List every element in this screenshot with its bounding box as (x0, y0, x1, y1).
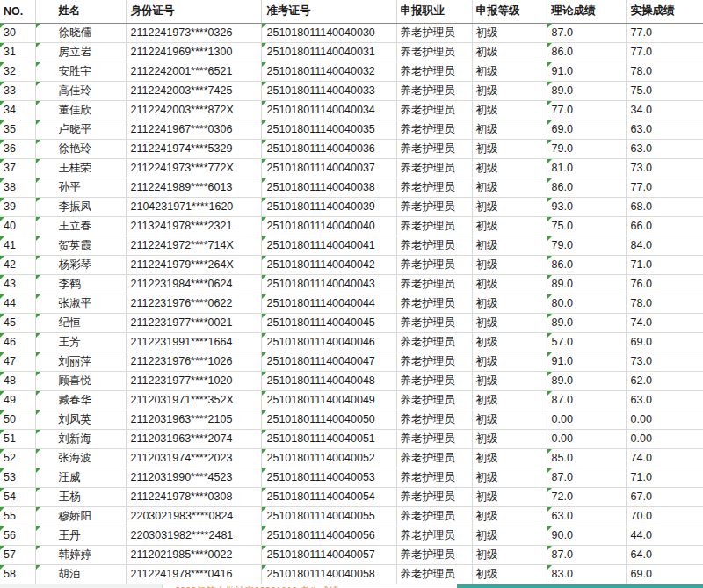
cell-occupation[interactable]: 养老护理员 (396, 332, 472, 352)
cell-occupation[interactable]: 养老护理员 (396, 274, 472, 294)
cell-id[interactable]: 2203021983****0824 (126, 506, 261, 526)
cell-theory[interactable]: 89.0 (547, 371, 626, 390)
cell-level[interactable]: 初级 (472, 100, 547, 120)
cell-occupation[interactable]: 养老护理员 (396, 352, 472, 371)
cell-no[interactable]: 42 (0, 255, 35, 274)
cell-level[interactable]: 初级 (472, 429, 547, 448)
cell-id[interactable]: 2112031971****352X (126, 390, 261, 410)
cell-name[interactable]: 臧春华 (35, 390, 126, 410)
cell-practical[interactable]: 73.0 (626, 158, 703, 178)
cell-name[interactable]: 王丹 (35, 526, 126, 545)
cell-id[interactable]: 2112021985****0022 (126, 545, 261, 564)
cell-practical[interactable]: 63.0 (626, 390, 703, 410)
cell-practical[interactable]: 0.00 (626, 429, 703, 448)
cell-exam-no[interactable]: 251018011140040057 (261, 545, 396, 564)
cell-occupation[interactable]: 养老护理员 (396, 390, 472, 410)
cell-id[interactable]: 2112242003****7425 (126, 81, 261, 100)
cell-practical[interactable]: 69.0 (626, 332, 703, 352)
column-header-level[interactable]: 申报等级 (472, 0, 547, 23)
cell-level[interactable]: 初级 (472, 487, 547, 506)
cell-theory[interactable]: 87.0 (547, 545, 626, 564)
cell-exam-no[interactable]: 251018011140040037 (261, 158, 396, 178)
cell-exam-no[interactable]: 251018011140040056 (261, 526, 396, 545)
cell-theory[interactable]: 87.0 (547, 468, 626, 487)
cell-no[interactable]: 43 (0, 274, 35, 294)
cell-occupation[interactable]: 养老护理员 (396, 158, 472, 178)
cell-no[interactable]: 52 (0, 448, 35, 468)
cell-practical[interactable]: 77.0 (626, 42, 703, 62)
cell-no[interactable]: 33 (0, 81, 35, 100)
cell-id[interactable]: 2112242001****6521 (126, 62, 261, 81)
cell-no[interactable]: 35 (0, 120, 35, 139)
cell-level[interactable]: 初级 (472, 448, 547, 468)
cell-level[interactable]: 初级 (472, 23, 547, 42)
cell-name[interactable]: 汪威 (35, 468, 126, 487)
cell-exam-no[interactable]: 251018011140040038 (261, 178, 396, 197)
cell-name[interactable]: 顾喜悦 (35, 371, 126, 390)
cell-practical[interactable]: 73.0 (626, 352, 703, 371)
cell-no[interactable]: 44 (0, 294, 35, 313)
cell-theory[interactable]: 75.0 (547, 216, 626, 236)
cell-name[interactable]: 徐艳玲 (35, 139, 126, 158)
cell-id[interactable]: 2112241967****0306 (126, 120, 261, 139)
column-header-id[interactable]: 身份证号 (126, 0, 261, 23)
column-header-theory[interactable]: 理论成绩 (547, 0, 626, 23)
cell-level[interactable]: 初级 (472, 313, 547, 332)
cell-name[interactable]: 刘丽萍 (35, 352, 126, 371)
cell-occupation[interactable]: 养老护理员 (396, 313, 472, 332)
cell-id[interactable]: 2112231991****1664 (126, 332, 261, 352)
cell-id[interactable]: 2112031963****2105 (126, 410, 261, 429)
cell-level[interactable]: 初级 (472, 468, 547, 487)
cell-id[interactable]: 2104231971****1620 (126, 197, 261, 216)
cell-theory[interactable]: 63.0 (547, 506, 626, 526)
cell-practical[interactable]: 63.0 (626, 120, 703, 139)
cell-theory[interactable]: 80.0 (547, 294, 626, 313)
cell-name[interactable]: 王芳 (35, 332, 126, 352)
cell-exam-no[interactable]: 251018011140040043 (261, 274, 396, 294)
cell-practical[interactable]: 71.0 (626, 255, 703, 274)
cell-name[interactable]: 徐晓儒 (35, 23, 126, 42)
cell-name[interactable]: 贺英霞 (35, 236, 126, 255)
cell-level[interactable]: 初级 (472, 62, 547, 81)
cell-occupation[interactable]: 养老护理员 (396, 294, 472, 313)
cell-name[interactable]: 高佳玲 (35, 81, 126, 100)
cell-theory[interactable]: 93.0 (547, 197, 626, 216)
cell-no[interactable]: 30 (0, 23, 35, 42)
cell-occupation[interactable]: 养老护理员 (396, 429, 472, 448)
cell-occupation[interactable]: 养老护理员 (396, 255, 472, 274)
cell-id[interactable]: 2112241978****0416 (126, 564, 261, 584)
cell-occupation[interactable]: 养老护理员 (396, 410, 472, 429)
sheet-tab-strip-left[interactable] (0, 584, 163, 588)
cell-id[interactable]: 2112231984****0624 (126, 274, 261, 294)
cell-occupation[interactable]: 养老护理员 (396, 81, 472, 100)
cell-no[interactable]: 48 (0, 371, 35, 390)
cell-theory[interactable]: 57.0 (547, 332, 626, 352)
cell-exam-no[interactable]: 251018011140040040 (261, 216, 396, 236)
column-header-practical[interactable]: 实操成绩 (626, 0, 703, 23)
cell-id[interactable]: 2112241989****6013 (126, 178, 261, 197)
cell-theory[interactable]: 69.0 (547, 120, 626, 139)
cell-theory[interactable]: 89.0 (547, 274, 626, 294)
cell-id[interactable]: 2112241973****772X (126, 158, 261, 178)
cell-exam-no[interactable]: 251018011140040058 (261, 564, 396, 584)
cell-theory[interactable]: 83.0 (547, 564, 626, 584)
cell-name[interactable]: 李振凤 (35, 197, 126, 216)
cell-level[interactable]: 初级 (472, 216, 547, 236)
cell-no[interactable]: 38 (0, 178, 35, 197)
cell-theory[interactable]: 72.0 (547, 487, 626, 506)
cell-id[interactable]: 2112241978****0308 (126, 487, 261, 506)
cell-theory[interactable]: 89.0 (547, 313, 626, 332)
cell-practical[interactable]: 66.0 (626, 216, 703, 236)
cell-no[interactable]: 40 (0, 216, 35, 236)
cell-id[interactable]: 2112241974****5329 (126, 139, 261, 158)
cell-id[interactable]: 2112241973****0326 (126, 23, 261, 42)
cell-exam-no[interactable]: 251018011140040050 (261, 410, 396, 429)
cell-name[interactable]: 房立岩 (35, 42, 126, 62)
cell-id[interactable]: 2113241978****2321 (126, 216, 261, 236)
cell-no[interactable]: 47 (0, 352, 35, 371)
cell-level[interactable]: 初级 (472, 236, 547, 255)
cell-exam-no[interactable]: 251018011140040032 (261, 62, 396, 81)
cell-no[interactable]: 45 (0, 313, 35, 332)
cell-id[interactable]: 2112241979****264X (126, 255, 261, 274)
cell-id[interactable]: 2112231976****0622 (126, 294, 261, 313)
